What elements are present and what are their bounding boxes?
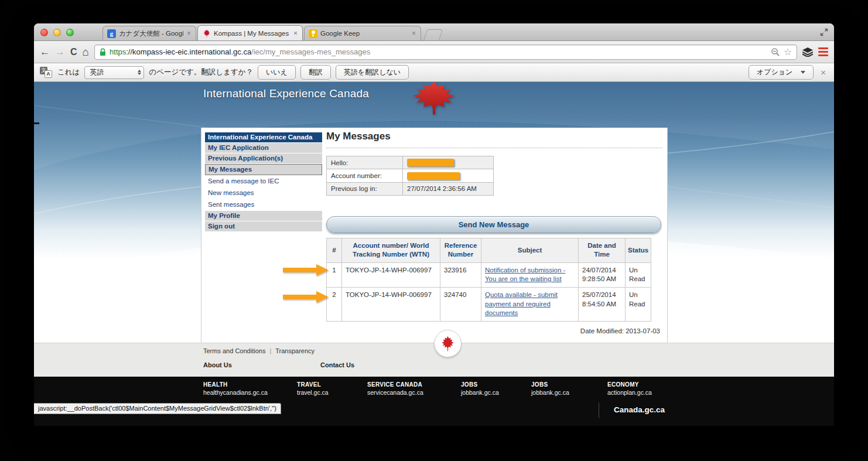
info-label: Previous log in: <box>327 182 403 195</box>
terms-link[interactable]: Terms and Conditions <box>203 347 265 354</box>
sidebar-item-sign-out[interactable]: Sign out <box>205 221 322 231</box>
government-footer: HEALTH healthycanadians.gc.ca TRAVEL tra… <box>34 377 834 426</box>
maple-leaf-logo-icon <box>406 82 462 118</box>
tab-google-keep[interactable]: Google Keep × <box>304 26 421 40</box>
table-row: Previous log in: 27/07/2014 2:36:56 AM <box>327 182 494 195</box>
row-account: TOKYO-JP-14-WHP-006997 <box>342 288 440 322</box>
col-header-subject: Subject <box>481 238 579 262</box>
layers-extension-icon[interactable] <box>802 47 813 57</box>
footer-col-jobs-2[interactable]: JOBS jobbank.gc.ca <box>531 381 569 396</box>
footer-col-economy[interactable]: ECONOMY actionplan.gc.ca <box>607 381 652 396</box>
content-box: International Experience Canada My IEC A… <box>201 128 668 343</box>
page-title: My Messages <box>326 131 662 148</box>
minimize-window-button[interactable] <box>53 29 61 36</box>
info-value <box>403 156 494 169</box>
browser-window: g カナダ大使館 - Google 検索 × Kompass | My Mess… <box>34 23 834 426</box>
table-row: 2 TOKYO-JP-14-WHP-006997 324740 Quota av… <box>327 288 651 322</box>
row-reference: 324740 <box>440 288 481 322</box>
col-header-status: Status <box>626 238 651 262</box>
row-status: Un Read <box>626 262 651 287</box>
close-window-button[interactable] <box>40 29 48 36</box>
contact-us-link[interactable]: Contact Us <box>320 361 354 368</box>
row-datetime: 24/07/2014 9:28:50 AM <box>579 262 626 287</box>
translate-options-button[interactable]: オプション <box>749 65 814 80</box>
redaction-bar <box>407 172 460 180</box>
tab-close-icon[interactable]: × <box>186 30 192 37</box>
translate-prefix-text: これは <box>57 67 80 77</box>
maple-leaf-badge <box>434 330 462 357</box>
sidebar-item-my-application[interactable]: My IEC Application <box>205 143 322 153</box>
translate-infobar: 文 A これは 英語 のページです。翻訳しますか？ いいえ 翻訳 英語を翻訳しな… <box>34 63 834 82</box>
new-tab-button[interactable] <box>423 29 443 40</box>
browser-toolbar: ← → C ⌂ https://kompass-iec-eic.internat… <box>34 41 834 63</box>
col-header-reference: Reference Number <box>440 238 481 262</box>
site-footer: Terms and Conditions|Transparency About … <box>34 343 834 377</box>
translate-accept-button[interactable]: 翻訳 <box>300 65 331 80</box>
main-content: My Messages Hello: Account number: Previ… <box>326 131 662 334</box>
about-us-link[interactable]: About Us <box>203 361 232 368</box>
sidebar-item-send-message[interactable]: Send a message to IEC <box>205 176 322 187</box>
transparency-link[interactable]: Transparency <box>275 347 315 354</box>
sidebar-item-my-messages[interactable]: My Messages <box>205 164 322 175</box>
select-stepper-icon <box>138 70 141 75</box>
site-title: International Experience Canada <box>203 87 369 100</box>
tab-close-icon[interactable]: × <box>293 30 298 37</box>
table-row: Account number: <box>327 169 494 182</box>
row-number: 2 <box>327 288 342 322</box>
home-button[interactable]: ⌂ <box>83 46 89 57</box>
message-subject-link[interactable]: Quota available - submit payment and req… <box>485 291 558 316</box>
reload-button[interactable]: C <box>70 47 77 57</box>
translate-question-text: のページです。翻訳しますか？ <box>149 67 253 77</box>
address-bar[interactable]: https://kompass-iec-eic.international.gc… <box>94 45 797 60</box>
back-button[interactable]: ← <box>40 47 50 57</box>
maple-leaf-favicon-icon <box>202 29 211 37</box>
url-host: ://kompass-iec-eic.international.gc.ca <box>126 47 251 56</box>
infobar-close-icon[interactable]: × <box>818 67 828 77</box>
row-datetime: 25/07/2014 8:54:50 AM <box>579 288 626 322</box>
row-subject: Notification of submission - You are on … <box>481 262 579 287</box>
url-scheme: https <box>110 47 126 56</box>
chrome-menu-icon[interactable] <box>818 47 828 57</box>
row-number: 1 <box>327 262 342 287</box>
translate-never-button[interactable]: 英語を翻訳しない <box>336 65 409 80</box>
table-row: Hello: <box>327 156 494 169</box>
sidebar-nav: International Experience Canada My IEC A… <box>205 132 322 232</box>
fullscreen-expand-icon[interactable] <box>819 28 829 37</box>
row-reference: 323916 <box>440 262 481 287</box>
ssl-lock-icon[interactable] <box>100 48 106 56</box>
google-favicon-icon: g <box>107 29 116 38</box>
keep-favicon-icon <box>309 29 317 38</box>
url-text: https://kompass-iec-eic.international.gc… <box>110 47 370 56</box>
date-modified-text: Date Modified: 2013-07-03 <box>326 327 662 334</box>
bookmark-star-icon[interactable]: ☆ <box>784 47 792 57</box>
message-subject-link[interactable]: Notification of submission - You are on … <box>485 267 565 283</box>
tab-label: Google Keep <box>320 30 408 37</box>
sidebar-item-sent-messages[interactable]: Sent messages <box>205 199 322 210</box>
status-bar: javascript:__doPostBack('ctl00$MainConte… <box>34 403 281 414</box>
tab-google-search[interactable]: g カナダ大使館 - Google 検索 × <box>102 26 196 40</box>
zoom-out-icon[interactable] <box>771 47 780 57</box>
send-new-message-button[interactable]: Send New Message <box>326 216 661 233</box>
canada-gc-link[interactable]: Canada.gc.ca <box>614 405 665 414</box>
tab-close-icon[interactable]: × <box>411 30 416 37</box>
col-header-account: Account number/ World Tracking Number (W… <box>342 238 440 262</box>
zoom-window-button[interactable] <box>66 29 74 36</box>
footer-col-service-canada[interactable]: SERVICE CANADA servicecanada.gc.ca <box>367 381 423 396</box>
sidebar-item-previous-apps[interactable]: Previous Application(s) <box>205 153 322 163</box>
tab-label: カナダ大使館 - Google 検索 <box>119 29 183 38</box>
forward-button[interactable]: → <box>55 47 65 57</box>
sidebar-item-new-messages[interactable]: New messages <box>205 187 322 199</box>
tab-kompass-my-messages[interactable]: Kompass | My Messages × <box>197 25 303 40</box>
footer-col-jobs-1[interactable]: JOBS jobbank.gc.ca <box>461 381 499 396</box>
footer-links: Terms and Conditions|Transparency <box>203 347 315 354</box>
table-header-row: # Account number/ World Tracking Number … <box>327 238 651 262</box>
translate-decline-button[interactable]: いいえ <box>258 65 296 80</box>
footer-col-travel[interactable]: TRAVEL travel.gc.ca <box>297 381 329 396</box>
desktop: g カナダ大使館 - Google 検索 × Kompass | My Mess… <box>0 0 868 461</box>
account-info-table: Hello: Account number: Previous log in: … <box>326 156 494 196</box>
language-select[interactable]: 英語 <box>84 66 144 79</box>
sidebar-item-my-profile[interactable]: My Profile <box>205 211 322 221</box>
sidebar-item-iec-home[interactable]: International Experience Canada <box>205 132 322 142</box>
footer-col-health[interactable]: HEALTH healthycanadians.gc.ca <box>203 381 268 396</box>
messages-table: # Account number/ World Tracking Number … <box>326 238 651 322</box>
